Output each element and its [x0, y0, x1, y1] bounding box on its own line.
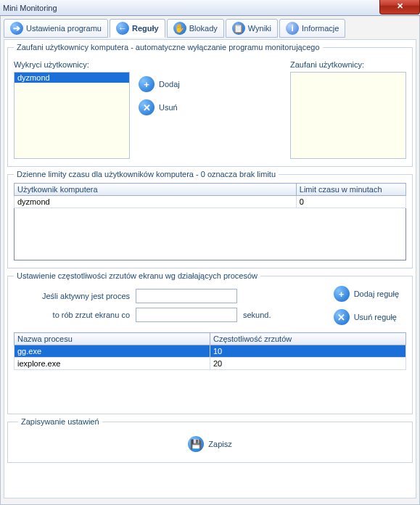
col-process: Nazwa procesu	[15, 333, 210, 345]
plus-icon: +	[139, 76, 155, 92]
group-time-limits: Dzienne limity czasu dla użytkowników ko…	[7, 170, 413, 268]
detected-users-label: Wykryci użytkownicy:	[14, 60, 130, 69]
close-button[interactable]: ✕	[379, 0, 420, 15]
table-empty-area	[14, 208, 406, 260]
tab-settings[interactable]: ➔ Ustawienia programu	[4, 19, 108, 38]
col-frequency: Częstotliwość zrzutów	[210, 333, 406, 345]
trusted-users-label: Zaufani użytkownicy:	[290, 60, 406, 69]
save-button[interactable]: 💾 Zapisz	[188, 436, 231, 452]
tab-label: Wyniki	[248, 24, 271, 33]
disk-icon: 💾	[188, 436, 204, 452]
trusted-users-list[interactable]	[290, 72, 406, 159]
table-header-row: Nazwa procesu Częstotliwość zrzutów	[15, 333, 406, 345]
settings-icon: ➔	[10, 22, 23, 35]
process-name-input[interactable]	[136, 289, 237, 303]
tab-content: Zaufani użytkownicy komputera - automaty…	[4, 39, 416, 498]
table-row[interactable]: dyzmond 0	[15, 196, 406, 208]
label-then: to rób zrzut ekranu co	[14, 311, 130, 319]
tab-rules[interactable]: ← Reguły	[110, 19, 165, 38]
cell-process: gg.exe	[15, 345, 210, 358]
tab-results[interactable]: 📋 Wyniki	[226, 19, 278, 38]
col-user: Użytkownik komputera	[15, 184, 297, 196]
window-body: ➔ Ustawienia programu ← Reguły ✋ Blokady…	[0, 16, 420, 505]
process-table[interactable]: Nazwa procesu Częstotliwość zrzutów gg.e…	[14, 332, 406, 370]
arrow-left-icon: ←	[116, 22, 129, 35]
col-limit: Limit czasu w minutach	[296, 184, 405, 196]
table-row[interactable]: gg.exe 10	[15, 345, 406, 358]
cell-freq: 10	[210, 345, 406, 358]
tab-bar: ➔ Ustawienia programu ← Reguły ✋ Blokady…	[4, 19, 416, 38]
cell-freq: 20	[210, 358, 406, 370]
x-icon: ✕	[139, 99, 155, 115]
button-label: Usuń regułę	[354, 313, 397, 321]
hand-icon: ✋	[173, 22, 186, 35]
interval-input[interactable]	[136, 308, 237, 322]
group-save: Zapisywanie ustawień 💾 Zapisz	[7, 417, 413, 463]
table-row[interactable]: iexplore.exe 20	[15, 358, 406, 370]
table-header-row: Użytkownik komputera Limit czasu w minut…	[15, 184, 406, 196]
table-empty-area	[14, 370, 406, 406]
close-icon: ✕	[397, 1, 403, 11]
tab-info[interactable]: i Informacje	[279, 19, 345, 38]
detected-users-list[interactable]: dyzmond	[14, 72, 130, 159]
button-label: Zapisz	[208, 440, 231, 448]
tab-locks[interactable]: ✋ Blokady	[167, 19, 224, 38]
cell-limit: 0	[296, 196, 405, 208]
cell-process: iexplore.exe	[15, 358, 210, 370]
list-item[interactable]: dyzmond	[15, 73, 129, 83]
group-screenshot-freq: Ustawienie częstotliwości zrzutów ekranu…	[7, 271, 413, 414]
label-if-process: Jeśli aktywny jest proces	[14, 292, 130, 300]
button-label: Dodaj	[159, 80, 180, 89]
tab-label: Blokady	[189, 24, 218, 33]
delete-rule-button[interactable]: ✕ Usuń regułę	[334, 309, 397, 325]
group-legend: Dzienne limity czasu dla użytkowników ko…	[14, 170, 279, 178]
plus-icon: +	[334, 286, 350, 302]
info-icon: i	[286, 22, 299, 35]
x-icon: ✕	[334, 309, 350, 325]
cell-user: dyzmond	[15, 196, 297, 208]
tab-label: Ustawienia programu	[26, 24, 102, 33]
button-label: Usuń	[159, 103, 178, 112]
group-legend: Zapisywanie ustawień	[18, 417, 102, 426]
add-rule-button[interactable]: + Dodaj regułę	[334, 286, 399, 302]
tab-label: Reguły	[132, 24, 159, 33]
limits-table[interactable]: Użytkownik komputera Limit czasu w minut…	[14, 183, 406, 208]
titlebar: Mini Monitoring ✕	[0, 0, 420, 16]
remove-button[interactable]: ✕ Usuń	[139, 99, 178, 115]
window-title: Mini Monitoring	[3, 4, 57, 12]
add-button[interactable]: + Dodaj	[139, 76, 180, 92]
results-icon: 📋	[232, 22, 245, 35]
unit-label: sekund.	[243, 311, 271, 319]
button-label: Dodaj regułę	[354, 290, 399, 298]
group-legend: Ustawienie częstotliwości zrzutów ekranu…	[14, 271, 260, 280]
group-legend: Zaufani użytkownicy komputera - automaty…	[14, 43, 323, 52]
tab-label: Informacje	[302, 24, 339, 33]
group-trusted-users: Zaufani użytkownicy komputera - automaty…	[7, 43, 413, 167]
